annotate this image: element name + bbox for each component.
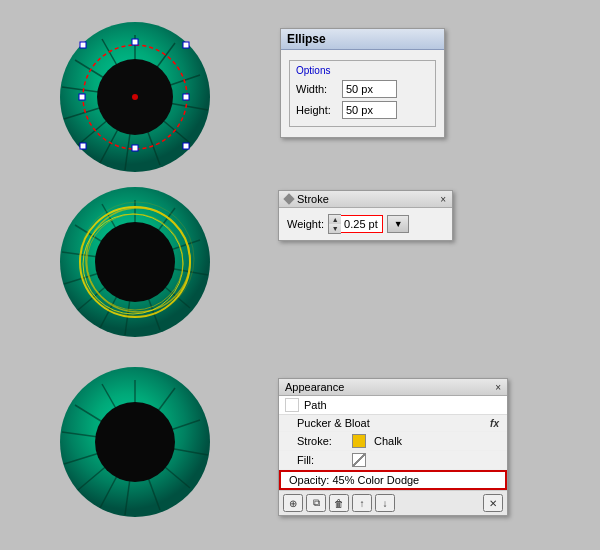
move-up-button[interactable]: ↑ — [352, 494, 372, 512]
move-down-button[interactable]: ↓ — [375, 494, 395, 512]
svg-rect-17 — [80, 42, 86, 48]
stroke-title-left: Stroke — [285, 193, 329, 205]
appearance-panel: Appearance × Path Pucker & Bloat fx Stro… — [278, 378, 508, 516]
stroke-panel-title: Stroke × — [279, 191, 452, 208]
height-input[interactable] — [342, 101, 397, 119]
svg-rect-24 — [183, 143, 189, 149]
eye-section-3 — [30, 360, 250, 525]
spinner-down-button[interactable]: ▼ — [329, 224, 341, 233]
appearance-body: Path Pucker & Bloat fx Stroke: Chalk Fil… — [279, 396, 507, 515]
path-box-icon — [285, 398, 299, 412]
svg-rect-21 — [183, 94, 189, 100]
eye-section-1 — [30, 15, 250, 180]
stroke-appearance-value: Chalk — [374, 435, 402, 447]
ellipse-title-label: Ellipse — [287, 32, 326, 46]
width-input[interactable] — [342, 80, 397, 98]
svg-point-15 — [132, 94, 138, 100]
path-row: Path — [279, 396, 507, 415]
spinner-up-button[interactable]: ▲ — [329, 215, 341, 224]
ellipse-options-label: Options — [296, 65, 429, 76]
weight-input-wrap: ▲ ▼ — [328, 214, 383, 234]
svg-point-44 — [95, 222, 175, 302]
spinner-buttons: ▲ ▼ — [328, 214, 341, 234]
delete-button[interactable]: 🗑 — [329, 494, 349, 512]
fill-appearance-row: Fill: — [279, 451, 507, 470]
width-field-row: Width: — [296, 80, 429, 98]
eye-2-canvas — [30, 180, 250, 345]
svg-point-59 — [95, 402, 175, 482]
stroke-diamond-icon — [283, 193, 294, 204]
pucker-bloat-row: Pucker & Bloat fx — [279, 415, 507, 432]
pucker-bloat-label: Pucker & Bloat — [297, 417, 370, 429]
opacity-row: Opacity: 45% Color Dodge — [279, 470, 507, 490]
appearance-close-button[interactable]: × — [495, 382, 501, 393]
appearance-title-controls: × — [495, 382, 501, 393]
clear-button[interactable]: ✕ — [483, 494, 503, 512]
stroke-dropdown[interactable]: ▼ — [387, 215, 409, 233]
fill-appearance-label: Fill: — [297, 454, 352, 466]
eye-section-2 — [30, 180, 250, 345]
height-field-row: Height: — [296, 101, 429, 119]
svg-rect-19 — [183, 42, 189, 48]
appearance-panel-title: Appearance × — [279, 379, 507, 396]
path-label: Path — [304, 399, 327, 411]
stroke-title-label: Stroke — [297, 193, 329, 205]
add-new-button[interactable]: ⊕ — [283, 494, 303, 512]
fx-icon: fx — [490, 418, 499, 429]
height-label: Height: — [296, 104, 342, 116]
weight-value-input[interactable] — [341, 215, 383, 233]
width-label: Width: — [296, 83, 342, 95]
svg-rect-20 — [79, 94, 85, 100]
svg-rect-23 — [132, 145, 138, 151]
appearance-title-left: Appearance — [285, 381, 344, 393]
ellipse-panel-body: Options Width: Height: — [281, 50, 444, 137]
ellipse-panel-title: Ellipse — [281, 29, 444, 50]
ellipse-options-group: Options Width: Height: — [289, 60, 436, 127]
ellipse-panel: Ellipse Options Width: Height: — [280, 28, 445, 138]
stroke-appearance-row: Stroke: Chalk — [279, 432, 507, 451]
eye-1-canvas — [30, 15, 250, 180]
appearance-title-label: Appearance — [285, 381, 344, 393]
stroke-title-controls: × — [440, 194, 446, 205]
fill-icon — [352, 453, 366, 467]
stroke-color-swatch — [352, 434, 366, 448]
duplicate-button[interactable]: ⧉ — [306, 494, 326, 512]
stroke-panel: Stroke × Weight: ▲ ▼ ▼ — [278, 190, 453, 241]
opacity-label: Opacity: 45% Color Dodge — [289, 474, 419, 486]
svg-rect-18 — [132, 39, 138, 45]
stroke-appearance-label: Stroke: — [297, 435, 352, 447]
stroke-dropdown-arrow: ▼ — [394, 219, 403, 229]
stroke-body: Weight: ▲ ▼ ▼ — [279, 208, 452, 240]
weight-label: Weight: — [287, 218, 324, 230]
stroke-close-button[interactable]: × — [440, 194, 446, 205]
svg-rect-22 — [80, 143, 86, 149]
appearance-bottom-bar: ⊕ ⧉ 🗑 ↑ ↓ ✕ — [279, 490, 507, 515]
eye-3-canvas — [30, 360, 250, 525]
